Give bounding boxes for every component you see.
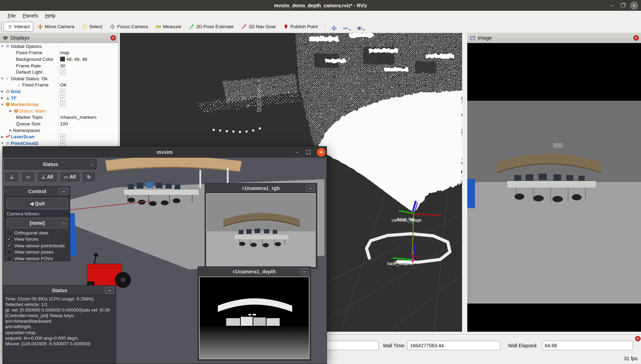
camera-depth-minimize-button[interactable]: − <box>300 268 309 275</box>
tool-interact[interactable]: Interact <box>3 22 33 32</box>
camera-rgb-minimize-button[interactable]: − <box>306 185 315 192</box>
checkbox-checked[interactable]: ✓ <box>60 141 65 146</box>
mvsim-maximize-button[interactable] <box>304 147 313 158</box>
tree-row-status-warn[interactable]: ▶Status: Warn <box>0 108 118 114</box>
tree-row-label: Global Status: Ok <box>11 76 48 81</box>
camera-depth-window[interactable]: r1/camera1_depth − <box>198 266 311 361</box>
displays-panel-header[interactable]: Displays ✕ <box>0 33 118 43</box>
time-panel-detach-button[interactable]: ✕ <box>635 336 641 341</box>
camera-rgb-window[interactable]: r1/camera1_rgb − <box>205 183 317 268</box>
mvsim-tool-button-1[interactable]: ▭ <box>21 171 35 182</box>
tree-row-value[interactable]: map <box>60 50 69 55</box>
green-arrow-icon <box>189 24 194 30</box>
tree-row-laserscan[interactable]: ▶LaserScan✓ <box>0 133 118 140</box>
expander-open-icon[interactable]: ▼ <box>0 103 5 106</box>
status-panel-header[interactable]: Status − <box>3 286 116 295</box>
tree-row-pointcloud2[interactable]: ▼PointCloud2✓ <box>0 140 118 146</box>
tree-row-grid[interactable]: ▶Grid✓ <box>0 88 118 95</box>
control-minimize-button[interactable]: − <box>59 188 68 195</box>
checkbox-checked[interactable]: ✓ <box>60 69 65 75</box>
menu-item-help[interactable]: Help <box>42 13 59 18</box>
tree-row-value[interactable]: 30 <box>60 63 65 68</box>
checkbox-checked[interactable]: ✓ <box>60 96 65 101</box>
menu-item-file[interactable]: File <box>4 13 19 18</box>
expander-closed-icon[interactable]: ▶ <box>0 135 5 139</box>
expander-open-icon[interactable]: ▼ <box>0 44 5 48</box>
plus-button[interactable] <box>329 22 339 31</box>
tree-row-namespaces[interactable]: ▶Namespaces <box>0 127 118 134</box>
tree-row-background-color[interactable]: Background Color48; 48; 48 <box>0 56 118 63</box>
wall-time-field[interactable]: 1664277583.44 <box>407 341 500 350</box>
camera-rgb-header[interactable]: r1/camera1_rgb − <box>205 183 317 193</box>
checkbox-checked[interactable]: ✓ <box>60 102 65 107</box>
tree-row-global-options[interactable]: ▼⚙Global Options <box>0 43 118 50</box>
status-minimize-button[interactable]: − <box>105 287 114 294</box>
camera-depth-header[interactable]: r1/camera1_depth − <box>198 267 311 276</box>
tree-row-queue-size[interactable]: Queue Size100 <box>0 121 118 127</box>
tree-row-fixed-frame[interactable]: ✓Fixed FrameOK <box>0 82 118 89</box>
minus-button[interactable] <box>340 22 353 31</box>
mvsim-close-button[interactable]: ✕ <box>315 147 327 158</box>
expander-closed-icon[interactable]: ▶ <box>0 96 5 100</box>
tree-row-markerarray[interactable]: ▼MarkerArray✓ <box>0 101 118 108</box>
expander-closed-icon[interactable]: ▶ <box>8 129 13 132</box>
tool-measure[interactable]: Measure <box>152 22 185 32</box>
mvsim-tool-button-2[interactable]: ⊥ All <box>37 171 58 182</box>
tree-row-value[interactable]: /chassis_markers <box>60 115 97 120</box>
checkbox[interactable] <box>7 256 12 261</box>
checkbox-checked[interactable]: ✓ <box>7 243 12 248</box>
mvsim-tool-button-0[interactable]: ⊥ <box>4 171 19 182</box>
mvsim-window[interactable]: mvsim − ✕ <box>2 146 327 364</box>
menu-item-panels[interactable]: Panels <box>19 13 41 18</box>
mvsim-status-panel: Status − Time: 01min 05.992s (CPU usage:… <box>3 285 116 364</box>
tool-move-camera[interactable]: Move Camera <box>34 22 78 32</box>
quit-button[interactable]: ◀ Quit <box>7 198 68 209</box>
checkbox-checked[interactable]: ✓ <box>60 134 65 139</box>
mvsim-title-bar[interactable]: mvsim − ✕ <box>3 147 327 158</box>
displays-detach-button[interactable]: ✕ <box>110 35 116 41</box>
window-restore-button[interactable] <box>618 0 627 11</box>
tool-select[interactable]: Select <box>79 22 106 32</box>
tree-column-divider[interactable] <box>58 43 59 146</box>
control-panel-header[interactable]: Control − <box>5 187 70 196</box>
tree-row-global-status-ok[interactable]: ▼✓Global Status: Ok <box>0 75 118 82</box>
mvsim-tool-button-3[interactable]: ▭ All <box>59 171 80 182</box>
tool-2d-pose-estimate[interactable]: 2D Pose Estimate <box>185 22 237 32</box>
checkbox-checked[interactable]: ✓ <box>60 89 65 94</box>
window-minimize-button[interactable]: − <box>607 0 616 11</box>
eye-button[interactable] <box>354 22 367 31</box>
tree-row-value[interactable]: 48; 48; 48 <box>66 57 87 62</box>
mvsim-minimize-button[interactable]: − <box>292 147 302 158</box>
tree-row-value[interactable]: OK <box>60 82 67 88</box>
tool-focus-camera[interactable]: Focus Camera <box>106 22 151 32</box>
expander-open-icon[interactable]: ▼ <box>0 77 5 80</box>
window-close-button[interactable]: × <box>629 0 639 11</box>
tool-publish-point[interactable]: Publish Point <box>280 22 321 32</box>
image-panel-header[interactable]: Image ✕ <box>467 33 641 43</box>
panel-collapse-arrow[interactable]: › <box>460 177 462 184</box>
checkbox[interactable] <box>7 249 12 255</box>
checkbox[interactable] <box>7 230 12 235</box>
view-option-view-sensor-pointclouds[interactable]: ✓View sensor pointclouds <box>7 242 69 249</box>
view-option-view-sensor-fovs[interactable]: View sensor FOVs <box>7 255 69 262</box>
tree-row-tf[interactable]: ▶TF✓ <box>0 95 118 101</box>
expander-closed-icon[interactable]: ▶ <box>0 90 5 93</box>
expander-closed-icon[interactable]: ▶ <box>8 109 13 113</box>
tool-2d-nav-goal[interactable]: 2D Nav Goal <box>238 22 279 32</box>
camera-follows-dropdown[interactable]: [none] › <box>7 218 68 228</box>
tree-row-fixed-frame[interactable]: Fixed Framemap <box>0 50 118 56</box>
tree-row-frame-rate[interactable]: Frame Rate30 <box>0 63 118 69</box>
mvsim-status-collapse-button[interactable]: Status › <box>4 159 97 169</box>
view-option-orthogonal-view[interactable]: Orthogonal view <box>7 230 69 236</box>
view-option-view-sensor-poses[interactable]: View sensor poses <box>7 249 69 256</box>
tree-row-default-light[interactable]: Default Light✓ <box>0 69 118 75</box>
tree-row-value[interactable]: 100 <box>60 121 68 126</box>
expander-open-icon[interactable]: ▼ <box>0 141 5 145</box>
view-option-view-forces[interactable]: ✓View forces <box>7 236 69 243</box>
select-box-icon <box>82 24 88 30</box>
mvsim-tool-button-4[interactable]: ↻ <box>82 171 96 182</box>
wall-elapsed-field[interactable]: 64.88 <box>542 341 633 350</box>
image-detach-button[interactable]: ✕ <box>633 35 639 41</box>
tree-row-marker-topic[interactable]: Marker Topic/chassis_markers <box>0 114 118 121</box>
checkbox-checked[interactable]: ✓ <box>7 237 12 242</box>
